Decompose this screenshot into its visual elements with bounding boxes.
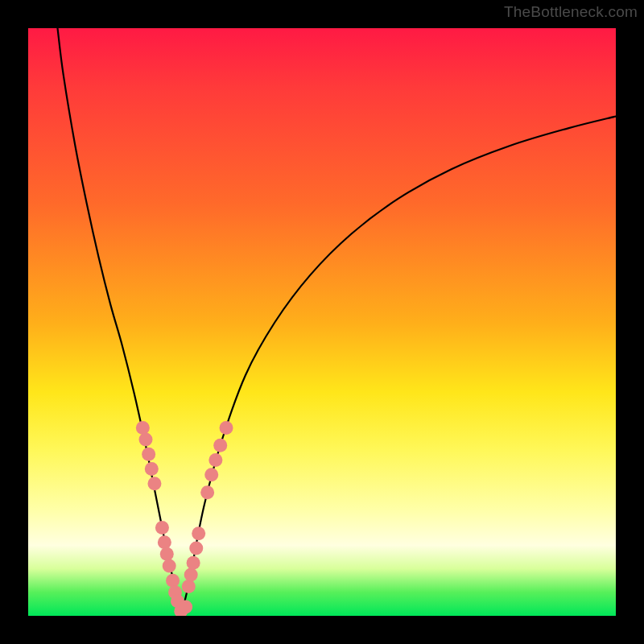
data-bead (200, 485, 214, 499)
chart-frame: TheBottleneck.com (0, 0, 644, 644)
data-bead (204, 468, 218, 481)
curve-group (58, 28, 617, 616)
data-bead (155, 521, 169, 535)
data-bead (158, 535, 171, 549)
data-bead (208, 453, 222, 467)
data-bead (187, 556, 200, 570)
data-bead (139, 433, 153, 447)
curve-right-curve (181, 117, 616, 617)
data-bead (179, 601, 192, 614)
data-bead (160, 547, 174, 561)
data-bead (189, 542, 203, 555)
data-bead (145, 462, 159, 476)
data-bead (213, 439, 227, 452)
data-bead (166, 574, 180, 588)
data-bead (220, 421, 233, 435)
data-bead (147, 477, 161, 490)
chart-svg (28, 28, 616, 616)
data-bead (182, 580, 196, 593)
data-bead (192, 526, 205, 540)
data-bead (184, 568, 198, 581)
data-bead (142, 448, 155, 461)
watermark-label: TheBottleneck.com (504, 3, 638, 21)
plot-area (28, 28, 616, 616)
data-bead (136, 421, 150, 435)
data-bead (163, 559, 176, 572)
bead-group (136, 421, 233, 616)
